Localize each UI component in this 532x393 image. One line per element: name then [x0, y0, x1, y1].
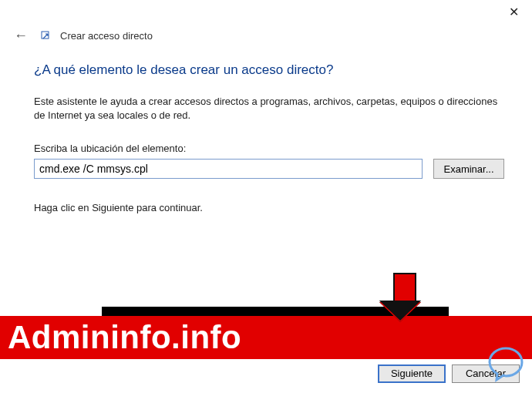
close-button[interactable]: ✕ — [498, 2, 529, 22]
next-button[interactable]: Siguiente — [378, 364, 446, 383]
browse-button[interactable]: Examinar... — [433, 159, 504, 179]
hint-text: Haga clic en Siguiente para continuar. — [34, 202, 504, 213]
wizard-window: ✕ ← Crear acceso directo ¿A qué elemento… — [0, 0, 532, 393]
description-text: Este asistente le ayuda a crear accesos … — [34, 95, 504, 123]
header-row: ← Crear acceso directo — [0, 23, 532, 45]
back-button[interactable]: ← — [9, 26, 32, 45]
close-icon: ✕ — [509, 5, 519, 19]
overlay-red-arrow-icon — [389, 273, 421, 322]
titlebar: ✕ — [0, 0, 532, 23]
shortcut-wizard-icon — [40, 30, 52, 42]
wizard-content: ¿A qué elemento le desea crear un acceso… — [0, 45, 532, 213]
wizard-title: Crear acceso directo — [60, 30, 153, 42]
input-row: Examinar... — [34, 159, 504, 179]
overlay-watermark-bar: Admininfo.info — [0, 316, 532, 359]
location-label: Escriba la ubicación del elemento: — [34, 143, 504, 154]
page-heading: ¿A qué elemento le desea crear un acceso… — [34, 62, 504, 78]
watermark-text: Admininfo.info — [8, 319, 241, 356]
location-input[interactable] — [34, 159, 423, 179]
overlay-speech-bubble-icon — [486, 344, 526, 387]
